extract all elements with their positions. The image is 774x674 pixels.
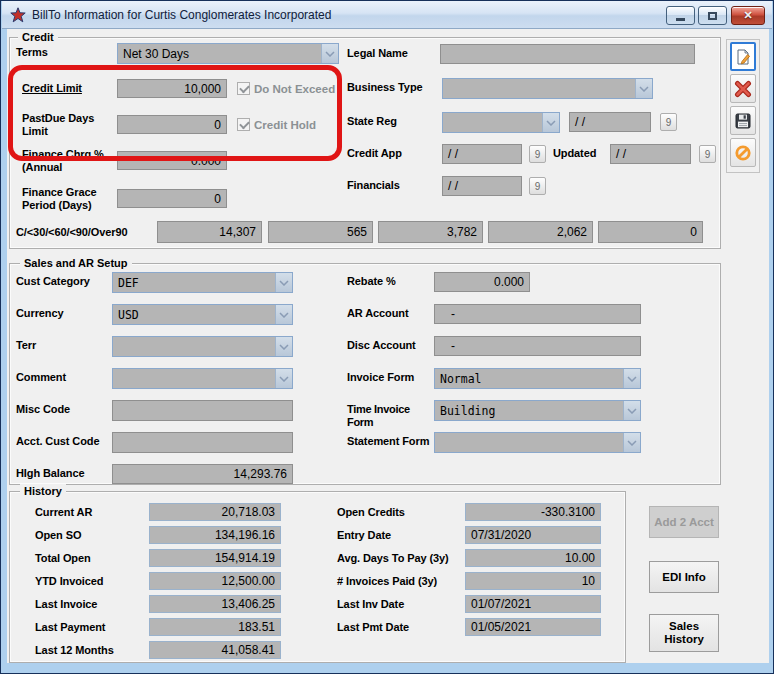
delete-record-button[interactable] — [730, 74, 756, 103]
minimize-button[interactable] — [666, 6, 695, 25]
updated-calendar-button[interactable]: 9 — [699, 145, 716, 163]
legal-name-label: Legal Name — [347, 47, 408, 60]
financials-calendar-button[interactable]: 9 — [529, 177, 546, 195]
credit-group: Credit Terms Net 30 Days Credit Limit 10… — [9, 37, 721, 249]
business-type-combo[interactable] — [442, 78, 653, 99]
last-invoice-field: 13,406.25 — [149, 595, 281, 613]
financials-label: Financials — [347, 179, 400, 192]
chevron-down-icon — [275, 337, 292, 356]
financials-date-value: / / — [448, 179, 458, 193]
currency-combo[interactable]: USD — [112, 304, 293, 325]
chevron-down-icon — [275, 369, 292, 388]
credit-legend: Credit — [18, 30, 58, 44]
high-balance-label: HIgh Balance — [16, 467, 85, 480]
aging-value: 0 — [690, 225, 697, 239]
state-reg-calendar-button[interactable]: 9 — [660, 113, 677, 131]
aging-field-30: 565 — [268, 221, 373, 243]
cust-category-combo[interactable]: DEF — [112, 272, 293, 293]
invoice-form-label: Invoice Form — [347, 371, 414, 384]
close-button[interactable]: ✕ — [731, 6, 765, 25]
finance-chrg-field[interactable]: 0.000 — [117, 151, 227, 170]
aging-label: C/<30/<60/<90/Over90 — [16, 226, 127, 239]
aging-value: 2,062 — [557, 225, 587, 239]
cust-category-value: DEF — [118, 276, 139, 290]
legal-name-field[interactable] — [440, 44, 695, 64]
updated-date-value: / / — [616, 147, 626, 161]
ar-account-field[interactable]: - — [434, 304, 641, 324]
last-inv-date-label: Last Inv Date — [337, 598, 404, 611]
credit-app-date-field[interactable]: / / — [442, 144, 522, 164]
app-star-icon — [10, 7, 26, 23]
finance-grace-field[interactable]: 0 — [117, 189, 227, 208]
terms-combo[interactable]: Net 30 Days — [117, 43, 339, 64]
statement-form-combo[interactable] — [434, 432, 641, 453]
avg-days-to-pay-value: 10.00 — [565, 551, 595, 565]
maximize-icon — [708, 12, 717, 20]
aging-value: 565 — [347, 225, 367, 239]
state-reg-combo[interactable] — [442, 112, 560, 133]
current-ar-field: 20,718.03 — [149, 503, 281, 521]
maximize-button[interactable] — [698, 6, 727, 25]
comment-label: Comment — [16, 371, 66, 384]
pastdue-value: 0 — [214, 118, 221, 132]
chevron-down-icon — [542, 113, 559, 132]
last-payment-value: 183.51 — [238, 620, 275, 634]
credit-app-calendar-button[interactable]: 9 — [529, 145, 546, 163]
invoice-form-value: Normal — [440, 372, 482, 386]
rebate-value: 0.000 — [494, 275, 524, 289]
edit-icon — [734, 48, 752, 66]
edit-record-button[interactable] — [730, 42, 756, 71]
financials-date-field[interactable]: / / — [442, 176, 522, 196]
rebate-field[interactable]: 0.000 — [434, 272, 530, 292]
delete-x-icon — [734, 80, 752, 98]
sales-history-button[interactable]: Sales History — [649, 614, 719, 652]
last-inv-date-field: 01/07/2021 — [465, 595, 601, 613]
invoices-paid-label: # Invoices Paid (3y) — [337, 575, 437, 588]
ytd-invoiced-value: 12,500.00 — [222, 574, 275, 588]
entry-date-value: 07/31/2020 — [471, 528, 531, 542]
disc-account-value: - — [451, 339, 455, 353]
currency-value: USD — [118, 308, 139, 322]
disc-account-field[interactable]: - — [434, 336, 641, 356]
chevron-down-icon — [275, 305, 292, 324]
cancel-record-button[interactable] — [730, 138, 756, 167]
history-legend: History — [20, 484, 66, 498]
finance-grace-label: Finance Grace Period (Days) — [22, 186, 117, 212]
credit-app-label: Credit App — [347, 147, 402, 160]
high-balance-value: 14,293.76 — [234, 467, 287, 481]
last-invoice-value: 13,406.25 — [222, 597, 275, 611]
credit-app-date-value: / / — [448, 147, 458, 161]
disc-account-label: Disc Account — [347, 339, 416, 352]
total-open-label: Total Open — [35, 552, 91, 565]
aging-field-over90: 0 — [598, 221, 703, 243]
acct-cust-code-field[interactable] — [112, 432, 293, 453]
pastdue-field[interactable]: 0 — [117, 115, 227, 134]
high-balance-field: 14,293.76 — [112, 464, 293, 484]
aging-value: 14,307 — [219, 225, 256, 239]
open-so-label: Open SO — [35, 529, 81, 542]
last-12-months-field: 41,058.41 — [149, 641, 281, 659]
total-open-field: 154,914.19 — [149, 549, 281, 567]
minimize-icon — [676, 18, 685, 21]
last-12-months-label: Last 12 Months — [35, 644, 114, 657]
last-pmt-date-field: 01/05/2021 — [465, 618, 601, 636]
time-invoice-form-combo[interactable]: Building — [434, 400, 641, 421]
currency-label: Currency — [16, 307, 64, 320]
updated-date-field[interactable]: / / — [610, 144, 691, 164]
finance-chrg-label: Finance Chrg % (Annual — [22, 148, 112, 174]
comment-combo[interactable] — [112, 368, 293, 389]
edi-info-button[interactable]: EDI Info — [649, 561, 719, 593]
credit-limit-field[interactable]: 10,000 — [117, 79, 227, 98]
save-record-button[interactable] — [730, 106, 756, 135]
state-reg-date-value: / / — [575, 115, 585, 129]
terr-combo[interactable] — [112, 336, 293, 357]
terms-label: Terms — [16, 46, 48, 59]
invoice-form-combo[interactable]: Normal — [434, 368, 641, 389]
ytd-invoiced-field: 12,500.00 — [149, 572, 281, 590]
misc-code-field[interactable] — [112, 400, 293, 421]
statement-form-label: Statement Form — [347, 435, 429, 448]
state-reg-date-field[interactable]: / / — [569, 112, 651, 132]
credit-limit-label[interactable]: Credit Limit — [22, 82, 82, 95]
history-group: History Current AR 20,718.03 Open SO 134… — [9, 491, 626, 663]
current-ar-label: Current AR — [35, 506, 92, 519]
